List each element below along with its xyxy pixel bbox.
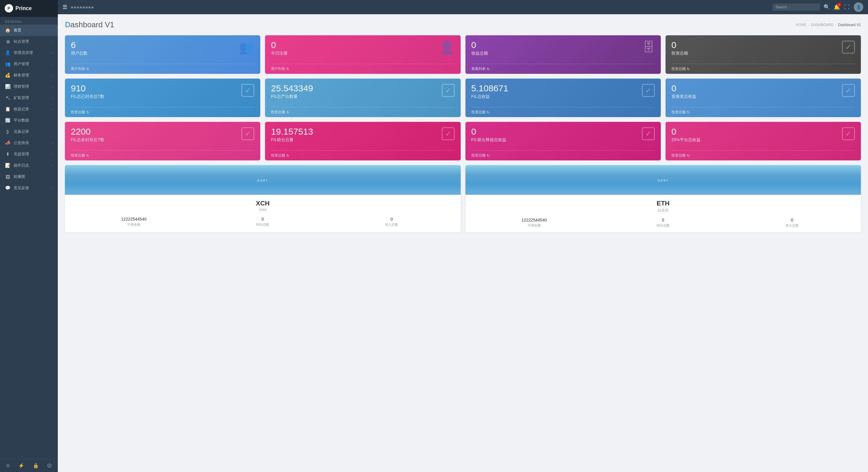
fullscreen-icon[interactable]: ⛶ <box>844 4 849 10</box>
panel-banner-xch-panel: user <box>65 165 461 195</box>
sidebar-icon-deposit: ⬆ <box>5 152 11 157</box>
panel-banner-text-xch-panel: user <box>257 178 268 182</box>
stat-icon-platform-20 <box>842 127 855 142</box>
sidebar-label-admin: 管理员管理 <box>13 50 33 56</box>
stat-icon-fil-locked <box>442 127 455 142</box>
stat-card-total-invest: 0 投资总额 投资总额 ↻ <box>665 35 861 74</box>
chevron-icon-log: › <box>52 164 53 167</box>
panel-stat-item-eth-panel-1: 0 转出总数 <box>600 218 726 228</box>
stat-footer-fil-unsealed[interactable]: 投资总额 ↻ <box>71 150 254 160</box>
panel-banner-eth-panel: user <box>465 165 861 195</box>
panel-stat-value-xch-panel-2: 0 <box>329 217 455 221</box>
stat-footer-fil-sealed[interactable]: 投资总额 ↻ <box>71 107 254 117</box>
panel-currency-name-eth-panel: 以太坊 <box>471 208 855 213</box>
sidebar-item-feedback[interactable]: 💬 意见反馈 › <box>0 182 58 194</box>
power-icon[interactable]: ⏻ <box>47 463 52 468</box>
panel-stat-item-eth-panel-0: 12222544540 可用余额 <box>471 218 597 228</box>
stat-footer-total-invest[interactable]: 投资总额 ↻ <box>672 64 855 74</box>
chevron-icon-news: › <box>52 141 53 145</box>
sidebar-item-home[interactable]: 🏠 首页 <box>0 25 58 36</box>
stat-footer-label-total-earnings: 查看列表 <box>471 66 486 71</box>
stat-card-top-fil-produced: 25.543349 FIL总产出数量 <box>271 84 455 99</box>
stat-card-fil-produced: 25.543349 FIL总产出数量 投资总额 ↻ <box>265 78 460 117</box>
lightning-icon[interactable]: ⚡ <box>19 463 24 468</box>
stat-footer-fil-produced[interactable]: 投资总额 ↻ <box>271 107 455 117</box>
panel-stats-xch-panel: 12222544540 可用余额 0 转出总数 0 转入总数 <box>71 217 455 227</box>
stat-card-top-total-earnings: 0 收益总额 🗄 <box>471 41 655 56</box>
breadcrumb-current: Dashboard V1 <box>838 23 861 27</box>
main-area: ☰ ■■■■■■■■ 🔍 🔔 9 ⛶ 👤 Dashboard V1 HOME /… <box>58 0 868 472</box>
breadcrumb: HOME / DASHBOARD / Dashboard V1 <box>796 23 861 27</box>
stat-icon-fil-produced <box>442 84 455 99</box>
stat-card-top-fil-earnings: 5.108671 FIL总收益 <box>471 84 655 99</box>
search-button[interactable]: 🔍 <box>824 4 830 10</box>
sidebar-item-deposit[interactable]: ⬆ 充提管理 › <box>0 149 58 160</box>
sidebar-item-redeem[interactable]: ₿ 兑换记录 <box>0 126 58 137</box>
stat-card-top-total-users: 6 用户总数 👥 <box>71 41 254 56</box>
topnav-title: ■■■■■■■■ <box>71 5 769 9</box>
stat-footer-label-platform-20: 投资总额 <box>672 153 686 158</box>
sidebar-item-finance[interactable]: 💰 财务管理 › <box>0 70 58 81</box>
sidebar-item-site[interactable]: 🖥 站点管理 › <box>0 36 58 47</box>
sidebar-icon-redeem: ₿ <box>5 129 11 134</box>
stat-footer-today-reg[interactable]: 用户列表 ↻ <box>271 64 455 74</box>
main-content: Dashboard V1 HOME / DASHBOARD / Dashboar… <box>58 14 868 472</box>
notification-badge: 9 <box>837 3 841 7</box>
stat-footer-total-users[interactable]: 用户列表 ↻ <box>71 64 254 74</box>
stat-footer-label-today-reg: 用户列表 <box>271 66 285 71</box>
sidebar-footer: ⚙ ⚡ 🔒 ⏻ <box>0 459 58 472</box>
chevron-icon-user: › <box>52 63 53 66</box>
hamburger-menu[interactable]: ☰ <box>63 4 67 10</box>
sidebar-item-news[interactable]: 📣 公告快讯 › <box>0 137 58 149</box>
breadcrumb-home[interactable]: HOME <box>796 23 807 27</box>
lock-icon[interactable]: 🔒 <box>33 463 39 468</box>
panel-currency-eth-panel: ETH 以太坊 <box>471 199 855 213</box>
stat-card-direct-push: 0 直推奖总收益 投资总额 ↻ <box>665 78 861 117</box>
chevron-icon-investment: › <box>52 85 53 88</box>
stat-value-fil-unsealed: 2200 <box>71 127 104 136</box>
sidebar-section-label: GENERAL <box>0 17 58 25</box>
panel-stat-label-eth-panel-1: 转出总数 <box>600 223 726 228</box>
stat-label-fil-sealed: FIL总已封存总T数 <box>71 94 104 99</box>
stat-footer-direct-push[interactable]: 投资总额 ↻ <box>672 107 855 117</box>
sidebar-item-earnings[interactable]: 📋 收益记录 › <box>0 103 58 115</box>
stat-value-fil-lock-release: 0 <box>471 127 506 136</box>
sidebar-icon-investment: 📊 <box>5 84 11 89</box>
sidebar-icon-banner: 🖼 <box>5 174 11 179</box>
notification-bell[interactable]: 🔔 9 <box>834 4 840 10</box>
sidebar-item-platform[interactable]: 🔄 平台数据 <box>0 115 58 126</box>
stat-footer-fil-lock-release[interactable]: 投资总额 ↻ <box>471 150 655 160</box>
stat-footer-platform-20[interactable]: 投资总额 ↻ <box>672 150 855 160</box>
stat-card-fil-unsealed: 2200 FIL总未封存总T数 投资总额 ↻ <box>65 122 260 160</box>
stat-label-fil-unsealed: FIL总未封存总T数 <box>71 137 104 143</box>
stat-footer-label-total-invest: 投资总额 <box>672 66 686 71</box>
stat-label-fil-lock-release: FIL锁仓释放总收益 <box>471 137 506 143</box>
sidebar-item-user[interactable]: 👥 用户管理 › <box>0 58 58 70</box>
sidebar-item-miner[interactable]: ⛏ 矿机管理 › <box>0 92 58 103</box>
stat-footer-fil-locked[interactable]: 投资总额 ↻ <box>271 150 455 160</box>
sidebar-icon-miner: ⛏ <box>5 95 11 100</box>
search-input[interactable] <box>773 4 820 11</box>
stat-footer-total-earnings[interactable]: 查看列表 ↻ <box>471 64 655 74</box>
sidebar-icon-earnings: 📋 <box>5 106 11 112</box>
sidebar-label-earnings: 收益记录 <box>13 106 29 112</box>
panel-stat-item-xch-panel-2: 0 转入总数 <box>329 217 455 227</box>
stat-icon-fil-unsealed <box>241 127 254 142</box>
panel-stat-value-xch-panel-1: 0 <box>200 217 326 221</box>
user-avatar[interactable]: 👤 <box>854 2 863 12</box>
stat-footer-arrow-fil-unsealed: ↻ <box>86 154 89 158</box>
stat-footer-arrow-total-users: ↻ <box>86 67 89 71</box>
sidebar-item-banner[interactable]: 🖼 轮播图 <box>0 171 58 182</box>
panel-body-xch-panel: XCH CHA 12222544540 可用余额 0 转出总数 0 <box>65 195 461 231</box>
panel-stat-item-xch-panel-0: 12222544540 可用余额 <box>71 217 197 227</box>
sidebar-item-log[interactable]: 📝 操作日志 › <box>0 160 58 171</box>
chevron-icon-feedback: › <box>52 187 53 190</box>
sidebar-item-admin[interactable]: 👤 管理员管理 › <box>0 47 58 58</box>
panel-stat-label-eth-panel-2: 转入总数 <box>729 223 855 228</box>
stat-value-total-invest: 0 <box>672 41 688 50</box>
sidebar-item-investment[interactable]: 📊 理财管理 › <box>0 81 58 92</box>
chevron-icon-site: › <box>52 40 53 43</box>
stat-footer-fil-earnings[interactable]: 投资总额 ↻ <box>471 107 655 117</box>
settings-icon[interactable]: ⚙ <box>6 463 10 468</box>
chevron-icon-finance: › <box>52 74 53 77</box>
